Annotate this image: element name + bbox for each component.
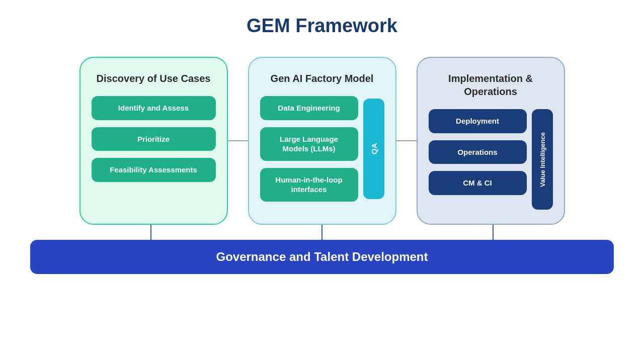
factory-inner: Data Engineering Large Language Models (…	[260, 96, 384, 202]
impl-inner: Deployment Operations CM & CI Value Inte…	[429, 109, 553, 210]
columns-row: Discovery of Use Cases Identify and Asse…	[30, 57, 614, 225]
connector-line-2	[396, 140, 417, 141]
connector-1	[228, 57, 248, 225]
factory-panel: Gen AI Factory Model Data Engineering La…	[248, 57, 396, 225]
human-loop-item: Human-in-the-loop interfaces	[260, 168, 358, 202]
cmci-item: CM & CI	[429, 171, 527, 195]
factory-title: Gen AI Factory Model	[271, 72, 374, 85]
governance-wrapper: Governance and Talent Development	[30, 225, 614, 274]
discovery-items: Identify and Assess Prioritize Feasibili…	[92, 96, 216, 182]
impl-left: Deployment Operations CM & CI	[429, 109, 527, 210]
discovery-title: Discovery of Use Cases	[97, 72, 211, 85]
feasibility-item: Feasibility Assessments	[92, 158, 216, 182]
qa-bar: QA	[363, 99, 384, 199]
llm-item: Large Language Models (LLMs)	[260, 127, 358, 161]
deployment-item: Deployment	[429, 109, 527, 133]
connector-line-1	[228, 140, 248, 141]
vert-line-2	[321, 225, 323, 240]
vi-bar: Value Intelligence	[532, 109, 553, 210]
vert-line-3	[493, 225, 494, 240]
factory-right: QA	[363, 96, 384, 202]
data-engineering-item: Data Engineering	[260, 96, 358, 120]
prioritize-item: Prioritize	[92, 127, 216, 151]
connector-2	[396, 57, 417, 225]
main-content: Discovery of Use Cases Identify and Asse…	[30, 57, 614, 274]
discovery-panel: Discovery of Use Cases Identify and Asse…	[79, 57, 228, 225]
governance-bar: Governance and Talent Development	[30, 240, 614, 274]
page-title: GEM Framework	[247, 15, 397, 37]
implementation-panel: Implementation & Operations Deployment O…	[417, 57, 565, 225]
impl-right: Value Intelligence	[532, 109, 553, 210]
vert-line-1	[150, 225, 151, 240]
connector-verticals	[65, 225, 579, 240]
identify-assess-item: Identify and Assess	[92, 96, 216, 120]
operations-item: Operations	[429, 140, 527, 164]
implementation-title: Implementation & Operations	[429, 72, 553, 98]
factory-left: Data Engineering Large Language Models (…	[260, 96, 358, 202]
